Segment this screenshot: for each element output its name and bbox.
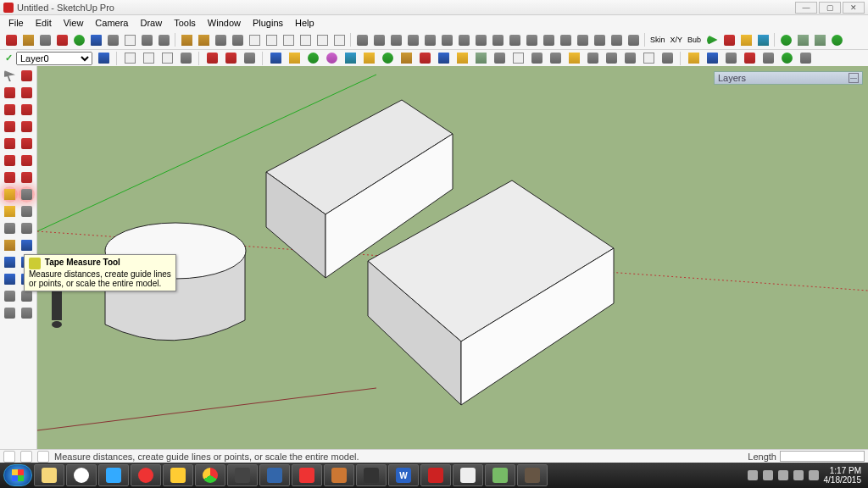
- tool-icon[interactable]: [760, 51, 776, 66]
- status-icon[interactable]: [37, 451, 49, 463]
- menu-plugins[interactable]: Plugins: [248, 17, 288, 29]
- axes-tool-icon[interactable]: [2, 220, 18, 236]
- 3dtext-tool-icon[interactable]: [19, 220, 35, 236]
- task-item[interactable]: [163, 464, 193, 486]
- task-item[interactable]: [517, 464, 548, 486]
- tool-icon[interactable]: [247, 32, 262, 47]
- play-icon[interactable]: [704, 32, 720, 47]
- scale-tool-icon[interactable]: [2, 169, 18, 186]
- tool-icon[interactable]: [405, 32, 420, 47]
- tool-icon[interactable]: [755, 32, 771, 47]
- tool-icon[interactable]: [604, 51, 619, 66]
- tool-icon[interactable]: [354, 32, 370, 47]
- move-tool-icon[interactable]: [2, 136, 18, 152]
- task-item[interactable]: [485, 464, 515, 486]
- menu-view[interactable]: View: [58, 17, 89, 29]
- tool-icon[interactable]: [436, 51, 451, 66]
- zoom-extents-icon[interactable]: [2, 271, 18, 287]
- protractor-tool-icon[interactable]: [2, 203, 18, 219]
- stop-icon[interactable]: [721, 32, 737, 47]
- menu-window[interactable]: Window: [203, 17, 246, 29]
- skin-label[interactable]: Skin: [648, 36, 667, 44]
- tool-icon[interactable]: [558, 32, 573, 47]
- pan-tool-icon[interactable]: [2, 254, 18, 270]
- panel-collapse-icon[interactable]: —: [849, 73, 859, 83]
- tape-measure-tool-icon[interactable]: [2, 186, 18, 202]
- tool-icon[interactable]: [37, 32, 53, 47]
- menu-help[interactable]: Help: [290, 17, 320, 29]
- tool-icon[interactable]: [742, 51, 757, 66]
- tool-icon[interactable]: [798, 51, 813, 66]
- tool-icon[interactable]: [242, 51, 257, 66]
- tool-icon[interactable]: [473, 51, 488, 66]
- menu-camera[interactable]: Camera: [90, 17, 133, 29]
- tool-icon[interactable]: [723, 51, 738, 66]
- tool-icon[interactable]: [585, 51, 600, 66]
- tool-icon[interactable]: [71, 32, 86, 47]
- tool-icon[interactable]: [122, 32, 137, 47]
- polygon-tool-icon[interactable]: [2, 119, 18, 135]
- tool-icon[interactable]: [829, 32, 844, 47]
- tray-icon[interactable]: [778, 470, 788, 480]
- tool-icon[interactable]: [398, 51, 414, 66]
- tool-icon[interactable]: [490, 32, 505, 47]
- tool-icon[interactable]: [331, 32, 347, 47]
- tool-icon[interactable]: [213, 32, 228, 47]
- tool-icon[interactable]: [626, 32, 641, 47]
- menu-edit[interactable]: Edit: [31, 17, 57, 29]
- look-tool-icon[interactable]: [2, 305, 18, 321]
- tool-icon[interactable]: [20, 32, 36, 47]
- tray-clock[interactable]: 1:17 PM 4/18/2015: [824, 466, 862, 485]
- tool-icon[interactable]: [507, 32, 522, 47]
- task-paint[interactable]: [453, 464, 483, 486]
- paint-tool-icon[interactable]: [2, 237, 18, 253]
- offset-tool-icon[interactable]: [19, 169, 35, 186]
- tool-icon[interactable]: [54, 32, 70, 47]
- tool-icon[interactable]: [105, 32, 120, 47]
- tool-icon[interactable]: [473, 32, 488, 47]
- tool-icon[interactable]: [812, 32, 827, 47]
- eraser-tool-icon[interactable]: [19, 68, 35, 84]
- tool-icon[interactable]: [779, 51, 794, 66]
- tool-icon[interactable]: [659, 51, 675, 66]
- tool-icon[interactable]: [795, 32, 810, 47]
- menu-tools[interactable]: Tools: [169, 17, 201, 29]
- minimize-button[interactable]: —: [795, 2, 817, 14]
- tray-speaker-icon[interactable]: [809, 470, 819, 480]
- tool-icon[interactable]: [96, 51, 111, 66]
- tray-icon[interactable]: [748, 470, 758, 480]
- tool-icon[interactable]: [122, 51, 137, 66]
- length-input[interactable]: [780, 451, 865, 462]
- text-tool-icon[interactable]: [19, 203, 35, 219]
- menu-draw[interactable]: Draw: [135, 17, 167, 29]
- tool-icon[interactable]: [454, 51, 470, 66]
- tool-icon[interactable]: [439, 32, 454, 47]
- tool-icon[interactable]: [3, 32, 19, 47]
- tool-icon[interactable]: [324, 51, 339, 66]
- followme-tool-icon[interactable]: [19, 152, 35, 169]
- menu-file[interactable]: File: [3, 17, 29, 29]
- circle-tool-icon[interactable]: [19, 119, 35, 135]
- rectangle-tool-icon[interactable]: [19, 102, 35, 118]
- task-sketchup[interactable]: [420, 464, 451, 486]
- tool-icon[interactable]: [417, 51, 432, 66]
- tool-icon[interactable]: [778, 32, 793, 47]
- position-camera-icon[interactable]: [19, 305, 35, 321]
- tool-icon[interactable]: [738, 32, 754, 47]
- layers-panel[interactable]: Layers —: [714, 71, 863, 85]
- tool-icon[interactable]: [178, 51, 193, 66]
- task-item[interactable]: [259, 464, 290, 486]
- tool-icon[interactable]: [88, 32, 103, 47]
- start-button[interactable]: [3, 464, 32, 486]
- tool-icon[interactable]: [371, 32, 387, 47]
- tool-icon[interactable]: [524, 32, 539, 47]
- tool-icon[interactable]: [305, 51, 320, 66]
- tool-icon[interactable]: [268, 51, 283, 66]
- tool-icon[interactable]: [575, 32, 590, 47]
- bub-label[interactable]: Bub: [686, 36, 703, 44]
- tool-icon[interactable]: [264, 32, 279, 47]
- tray-icon[interactable]: [763, 470, 773, 480]
- tray-icon[interactable]: [793, 470, 804, 480]
- maximize-button[interactable]: ▢: [819, 2, 841, 14]
- pushpull-tool-icon[interactable]: [19, 136, 35, 152]
